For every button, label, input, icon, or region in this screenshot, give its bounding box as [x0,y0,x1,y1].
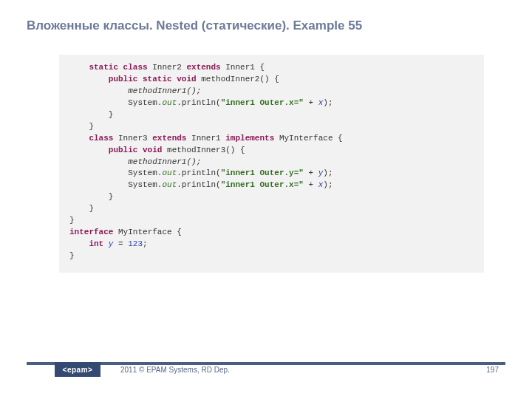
code-line: } [69,110,113,119]
code-line: static class Inner2 extends Inner1 { [69,63,265,72]
code-line: } [69,192,113,201]
copyright-text: 2011 © EPAM Systems, RD Dep. [120,366,230,374]
code-line: System.out.println("inner1 Outer.x=" + x… [69,180,333,189]
code-line: System.out.println("inner1 Outer.x=" + x… [69,98,333,107]
epam-logo: <epam> [55,362,100,377]
page-number: 197 [486,366,499,374]
code-block: static class Inner2 extends Inner1 { pub… [59,55,484,273]
code-line: public static void methodInner2() { [69,75,279,83]
code-line: System.out.println("inner1 Outer.y=" + y… [69,168,333,177]
code-line: methodInner1(); [69,157,201,166]
slide-title: Вложенные классы. Nested (статические). … [27,18,362,33]
code-line: class Inner3 extends Inner1 implements M… [69,134,343,143]
code-line: public void methodInner3() { [69,146,245,154]
code-line: } [69,251,75,260]
code-line: } [69,204,94,213]
code-line: } [69,122,94,131]
code-line: } [69,216,75,225]
code-line: interface MyInterface { [69,228,182,236]
code-line: int y = 123; [69,239,148,248]
code-line: methodInner1(); [69,86,201,95]
